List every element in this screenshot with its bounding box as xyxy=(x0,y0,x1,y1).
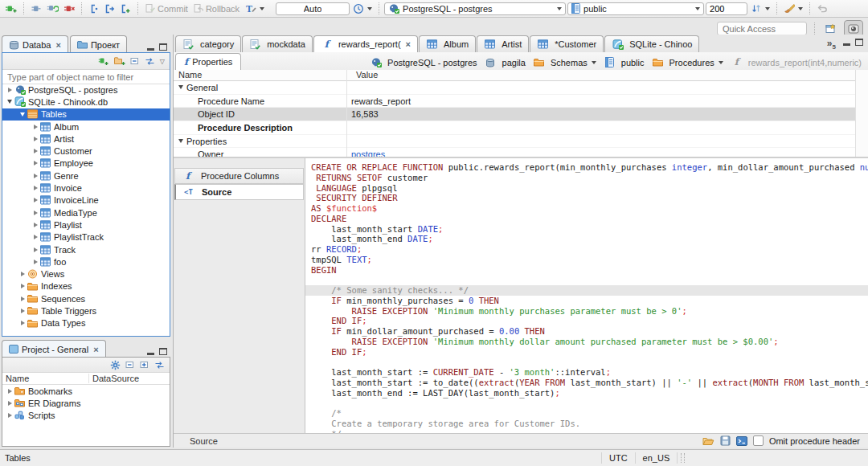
column-name[interactable]: Name xyxy=(2,374,89,383)
console-icon[interactable] xyxy=(736,436,747,446)
tree-item-data-types[interactable]: Data Types xyxy=(2,317,170,329)
breadcrumb-procedures[interactable]: Procedures xyxy=(652,58,723,67)
breadcrumb-schemas[interactable]: Schemas xyxy=(533,58,596,67)
expand-arrow-icon[interactable] xyxy=(18,321,27,325)
save-icon[interactable] xyxy=(720,435,731,446)
editor-tab-customer[interactable]: *Customer xyxy=(530,35,604,52)
property-row-general[interactable]: General xyxy=(174,81,868,95)
collapse-arrow-icon[interactable] xyxy=(18,112,27,117)
editor-tab-artist[interactable]: Artist xyxy=(477,35,529,52)
code-line[interactable]: SECURITY DEFINER xyxy=(305,193,868,203)
code-line[interactable]: /* xyxy=(305,408,868,419)
collapse-all-icon[interactable] xyxy=(125,360,135,370)
format-brush-icon[interactable] xyxy=(782,2,805,15)
expand-arrow-icon[interactable] xyxy=(31,247,39,252)
sql-editor-icon[interactable] xyxy=(87,2,100,15)
code-line[interactable]: DECLARE xyxy=(305,214,868,224)
status-timezone[interactable]: UTC xyxy=(601,452,636,464)
fetch-size-input[interactable] xyxy=(706,2,747,15)
new-connection-icon[interactable] xyxy=(98,56,109,67)
tree-item-table-triggers[interactable]: Table Triggers xyxy=(2,305,170,317)
grid-column-value[interactable]: Value xyxy=(351,70,378,80)
code-line[interactable]: IF min_dollar_amount_purchased = 0.00 TH… xyxy=(305,326,868,337)
disconnect-icon[interactable] xyxy=(62,2,76,15)
code-line[interactable]: LANGUAGE plpgsql xyxy=(305,183,868,194)
expand-arrow-icon[interactable] xyxy=(31,125,39,129)
code-line[interactable]: /* Some sanity checks... */ xyxy=(305,285,868,296)
code-line[interactable]: rr RECORD; xyxy=(305,244,868,255)
tree-item-employee[interactable]: Employee xyxy=(2,157,170,170)
code-line[interactable] xyxy=(305,399,868,409)
expand-arrow-icon[interactable] xyxy=(31,198,39,202)
tree-item-mediatype[interactable]: MediaType xyxy=(2,206,170,219)
code-line[interactable]: BEGIN xyxy=(305,265,868,276)
column-datasource[interactable]: DataSource xyxy=(89,374,139,383)
tab-properties[interactable]: f Properties xyxy=(175,53,241,70)
expand-arrow-icon[interactable] xyxy=(31,235,39,239)
maximize-icon[interactable] xyxy=(855,36,863,46)
expand-arrow-icon[interactable] xyxy=(18,284,27,288)
maximize-icon[interactable] xyxy=(159,345,167,355)
expand-arrow-icon[interactable] xyxy=(31,211,39,215)
minimize-icon[interactable] xyxy=(147,41,154,51)
omit-header-checkbox[interactable] xyxy=(753,435,764,446)
code-line[interactable]: AS $function$ xyxy=(305,203,868,214)
tab-projects[interactable]: Проект xyxy=(70,35,127,53)
editor-tab-mockdata[interactable]: mockdata xyxy=(242,35,313,52)
tree-item-postgresql-postgres[interactable]: PostgreSQL - postgres xyxy=(2,84,170,96)
code-line[interactable]: Create a temporary storage area for Cust… xyxy=(305,419,868,429)
tree-item-customer[interactable]: Customer xyxy=(2,145,170,157)
maximize-icon[interactable] xyxy=(159,41,167,51)
expand-arrow-icon[interactable] xyxy=(31,161,39,166)
tree-item-playlisttrack[interactable]: PlaylistTrack xyxy=(2,231,170,243)
project-item-er-diagrams[interactable]: ER Diagrams xyxy=(2,397,170,409)
schema-select[interactable]: public xyxy=(567,2,704,15)
tree-item-sqlite-chinook-db[interactable]: SQLite - Chinook.db xyxy=(2,96,170,108)
tree-item-sequences[interactable]: Sequences xyxy=(2,292,170,305)
property-row-object-id[interactable]: Object ID16,583 xyxy=(174,108,868,121)
expand-arrow-icon[interactable] xyxy=(31,186,39,190)
expand-arrow-icon[interactable] xyxy=(6,88,14,92)
source-code-editor[interactable]: CREATE OR REPLACE FUNCTION public.reward… xyxy=(305,158,868,434)
quick-access-input[interactable] xyxy=(717,22,807,35)
tab-project-general[interactable]: Project - General × xyxy=(2,340,106,358)
editor-tab-category[interactable]: category xyxy=(175,35,241,52)
code-line[interactable]: last_month_end DATE; xyxy=(305,234,868,244)
editor-tab-sqlite-chinoo[interactable]: SQLite - Chinoo xyxy=(604,35,699,52)
expand-arrow-icon[interactable] xyxy=(6,389,14,394)
txn-mode-select[interactable]: Auto xyxy=(276,2,350,15)
breadcrumb-postgresql-postgres[interactable]: PostgreSQL - postgres xyxy=(370,57,477,67)
expand-arrow-icon[interactable] xyxy=(31,137,39,141)
tree-item-invoiceline[interactable]: InvoiceLine xyxy=(2,194,170,206)
close-icon[interactable]: × xyxy=(93,345,98,354)
new-sql-editor-icon[interactable] xyxy=(118,2,133,15)
project-item-bookmarks[interactable]: Bookmarks xyxy=(2,385,170,397)
group-collapse-icon[interactable] xyxy=(178,85,183,89)
project-item-scripts[interactable]: Scripts xyxy=(2,410,170,422)
link-with-editor-icon[interactable] xyxy=(154,361,165,370)
grid-column-name[interactable]: Name xyxy=(174,70,351,80)
code-line[interactable]: CREATE OR REPLACE FUNCTION public.reward… xyxy=(305,162,868,173)
property-row-procedure-description[interactable]: Procedure Description xyxy=(174,121,868,135)
tree-item-album[interactable]: Album xyxy=(2,121,170,133)
rollback-button[interactable]: Rollback xyxy=(191,2,241,14)
code-line[interactable]: RAISE EXCEPTION 'Minimum monthly purchas… xyxy=(305,306,868,317)
new-folder-icon[interactable] xyxy=(114,56,125,66)
undo-icon[interactable] xyxy=(815,2,829,14)
tree-item-tables[interactable]: Tables xyxy=(2,108,170,121)
section-procedure-columns[interactable]: fProcedure Columns xyxy=(174,168,304,184)
property-row-procedure-name[interactable]: Procedure Namerewards_report xyxy=(174,95,868,108)
code-line[interactable]: last_month_start := to_date((extract(YEA… xyxy=(305,378,868,388)
expand-all-icon[interactable] xyxy=(140,360,149,370)
view-menu-icon[interactable]: ▽ xyxy=(160,58,165,65)
expand-arrow-icon[interactable] xyxy=(18,272,27,276)
tree-item-indexes[interactable]: Indexes xyxy=(2,280,170,292)
commit-button[interactable]: Commit xyxy=(143,2,190,14)
code-line[interactable]: last_month_start := CURRENT_DATE - '3 mo… xyxy=(305,367,868,378)
breadcrumb-pagila[interactable]: pagila xyxy=(485,58,526,67)
object-filter-input[interactable] xyxy=(2,71,170,83)
tree-item-track[interactable]: Track xyxy=(2,243,170,255)
collapse-arrow-icon[interactable] xyxy=(6,100,14,104)
open-sql-script-icon[interactable] xyxy=(102,2,117,15)
owner-link[interactable]: postgres xyxy=(351,149,385,157)
